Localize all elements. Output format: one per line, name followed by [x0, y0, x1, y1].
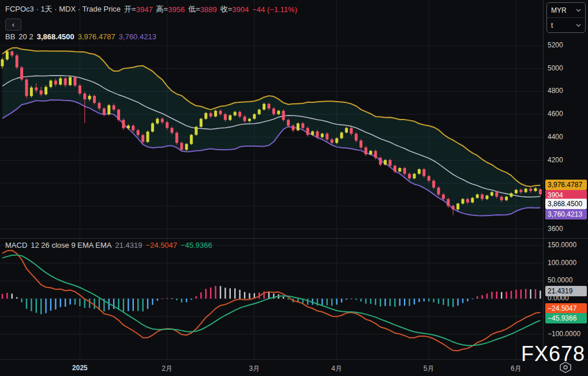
macd-tick-label: 100.0000 [548, 259, 576, 267]
time-axis-label[interactable]: 5月 [424, 364, 435, 374]
macd-params: 12 26 close 9 EMA EMA [31, 241, 111, 250]
axis-price-badge: 3,976.4787 [545, 180, 587, 190]
macd-tick-label: 50.0000 [548, 276, 572, 284]
macd-signal-value: −45.9366 [181, 241, 212, 250]
bb-params: 20 2 [18, 32, 33, 41]
macd-tick-label: 150.0000 [548, 241, 576, 249]
bb-basis-value: 3,868.4500 [37, 32, 74, 41]
unit-select[interactable]: t [547, 17, 585, 32]
chevron-down-icon [576, 24, 581, 27]
symbol-title[interactable]: FCPOc3 · 1天 · MDX · Trade Price [5, 4, 121, 14]
time-axis-label[interactable]: 6月 [511, 364, 522, 374]
macd-line-value: −24.5047 [145, 241, 177, 250]
close-label: 收= [220, 4, 233, 14]
back-button[interactable]: ‹ [5, 18, 21, 31]
axis-price-badge: −24.5047 [545, 303, 587, 314]
time-axis-label[interactable]: 4月 [331, 364, 342, 374]
fx678-watermark: FX678 [521, 342, 585, 366]
axis-price-badge: 3,760.4213 [545, 209, 587, 219]
macd-legend[interactable]: MACD 12 26 close 9 EMA EMA 21.4319 −24.5… [5, 241, 212, 250]
axis-price-badge: −45.9366 [545, 313, 587, 323]
time-axis-label[interactable]: 2月 [162, 364, 173, 374]
high-label: 高= [156, 4, 168, 14]
high-value: 3956 [168, 5, 185, 14]
price-tick-label: 4600 [548, 110, 563, 118]
chevron-left-icon: ‹ [12, 20, 14, 29]
chart-canvas[interactable] [0, 0, 588, 376]
price-tick-label: 5200 [548, 41, 563, 49]
price-tick-label: 4200 [548, 156, 563, 164]
trading-chart-app: FCPOc3 · 1天 · MDX · Trade Price 开=3947 高… [0, 0, 588, 376]
currency-unit-selector: MYR t [546, 2, 586, 33]
low-value: 3889 [200, 5, 217, 14]
chevron-down-icon [576, 9, 581, 12]
close-value: 3904 [232, 5, 249, 14]
open-value: 3947 [136, 5, 153, 14]
symbol-legend: FCPOc3 · 1天 · MDX · Trade Price 开=3947 高… [5, 4, 297, 14]
unit-value: t [551, 21, 553, 29]
currency-select[interactable]: MYR [547, 3, 585, 17]
price-tick-label: 4400 [548, 133, 563, 141]
bb-legend[interactable]: BB 20 2 3,868.4500 3,976.4787 3,760.4213 [5, 32, 156, 41]
change-value: −44 (−1.11%) [252, 5, 297, 14]
axis-price-badge: 21.4319 [545, 286, 587, 296]
axis-price-badge: 3,868.4500 [545, 199, 587, 209]
open-label: 开= [124, 4, 136, 14]
time-axis[interactable]: 20252月3月4月5月6月 [0, 359, 588, 376]
bb-name: BB [5, 32, 15, 41]
price-axis[interactable]: 5200500048004600440042003600150.0000100.… [543, 0, 588, 359]
macd-hist-value: 21.4319 [115, 241, 142, 250]
bb-upper-value: 3,976.4787 [78, 32, 115, 41]
price-tick-label: 3600 [548, 225, 563, 233]
macd-tick-label: −100.0000 [548, 330, 580, 338]
time-axis-label[interactable]: 3月 [249, 364, 260, 374]
currency-value: MYR [551, 6, 567, 14]
macd-name: MACD [5, 241, 27, 250]
low-label: 低= [188, 4, 200, 14]
price-tick-label: 4800 [548, 87, 563, 95]
bb-lower-value: 3,760.4213 [119, 32, 156, 41]
logo-hexagon-icon[interactable] [559, 362, 572, 375]
price-tick-label: 5000 [548, 64, 563, 72]
time-axis-label[interactable]: 2025 [72, 364, 88, 372]
